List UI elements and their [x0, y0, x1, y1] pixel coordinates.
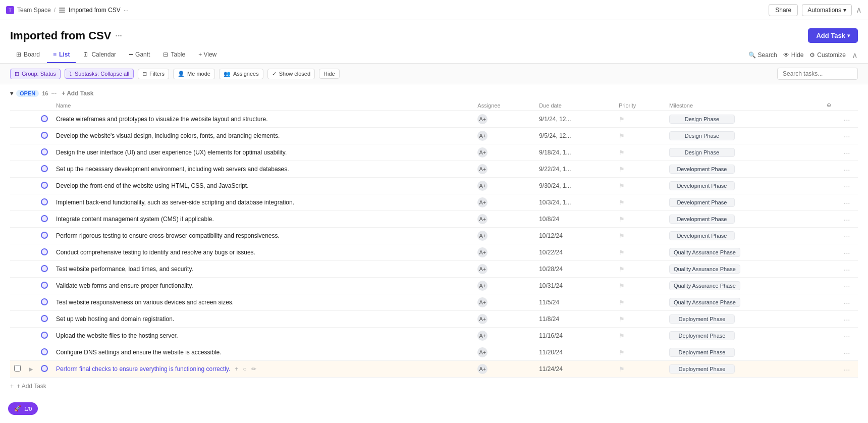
group-collapse-chevron[interactable]: ▾ [10, 90, 13, 97]
add-task-button[interactable]: Add Task ▾ [808, 28, 858, 43]
priority-flag-icon[interactable]: ⚑ [619, 315, 625, 323]
assignee-avatar[interactable]: A+ [477, 197, 487, 207]
row-more-button[interactable]: ··· [842, 348, 852, 357]
hide-chip[interactable]: Hide [319, 69, 340, 79]
search-tasks-input[interactable] [777, 68, 858, 80]
assignee-avatar[interactable]: A+ [477, 364, 487, 374]
priority-flag-icon[interactable]: ⚑ [619, 299, 625, 306]
task-status-circle[interactable] [41, 165, 48, 172]
assignee-avatar[interactable]: A+ [477, 181, 487, 191]
assignee-avatar[interactable]: A+ [477, 347, 487, 357]
group-add-task[interactable]: + Add Task [62, 90, 93, 97]
priority-flag-icon[interactable]: ⚑ [619, 166, 625, 173]
tab-collapse-button[interactable]: ∧ [852, 50, 858, 60]
task-status-circle[interactable] [41, 215, 48, 222]
priority-flag-icon[interactable]: ⚑ [619, 132, 625, 140]
tab-add-view[interactable]: + View [192, 47, 223, 63]
priority-flag-icon[interactable]: ⚑ [619, 266, 625, 273]
row-more-button[interactable]: ··· [842, 365, 852, 374]
filters-chip[interactable]: ⊟ Filters [138, 69, 169, 79]
task-name-text[interactable]: Perform final checks to ensure everythin… [56, 365, 230, 373]
task-status-circle[interactable] [41, 132, 48, 139]
assignees-chip[interactable]: 👥 Assignees [219, 69, 263, 79]
row-more-button[interactable]: ··· [842, 265, 852, 274]
task-status-circle[interactable] [41, 182, 48, 189]
tab-calendar[interactable]: 🗓 Calendar [77, 47, 122, 63]
row-more-button[interactable]: ··· [842, 282, 852, 290]
assignee-avatar[interactable]: A+ [477, 131, 487, 141]
task-status-circle[interactable] [41, 332, 48, 339]
row-more-button[interactable]: ··· [842, 232, 852, 240]
assignee-avatar[interactable]: A+ [477, 281, 487, 291]
tab-gantt[interactable]: ━ Gantt [123, 47, 156, 63]
automations-button[interactable]: Automations ▾ [802, 4, 852, 16]
task-status-circle[interactable] [41, 282, 48, 289]
row-more-button[interactable]: ··· [842, 248, 852, 257]
task-status-circle[interactable] [41, 365, 48, 372]
priority-flag-icon[interactable]: ⚑ [619, 116, 625, 123]
assignee-avatar[interactable]: A+ [477, 264, 487, 274]
task-status-circle[interactable] [41, 298, 48, 305]
priority-flag-icon[interactable]: ⚑ [619, 216, 625, 223]
row-more-button[interactable]: ··· [842, 132, 852, 140]
task-status-circle[interactable] [41, 198, 48, 205]
task-status-circle[interactable] [41, 115, 48, 122]
row-more-button[interactable]: ··· [842, 165, 852, 174]
assignee-avatar[interactable]: A+ [477, 297, 487, 307]
assignee-avatar[interactable]: A+ [477, 331, 487, 341]
row-more-button[interactable]: ··· [842, 332, 852, 340]
row-more-button[interactable]: ··· [842, 298, 852, 307]
priority-flag-icon[interactable]: ⚑ [619, 365, 625, 373]
task-status-circle[interactable] [41, 248, 48, 255]
page-dots[interactable]: ··· [115, 31, 122, 40]
row-add-button[interactable]: + [233, 365, 240, 373]
share-button[interactable]: Share [769, 4, 798, 16]
task-status-circle[interactable] [41, 148, 48, 155]
hide-button[interactable]: 👁 Hide [783, 51, 804, 59]
group-dots[interactable]: ··· [51, 89, 57, 97]
expand-icon[interactable]: ▶ [29, 366, 33, 372]
priority-flag-icon[interactable]: ⚑ [619, 199, 625, 206]
collapse-button[interactable]: ∧ [856, 5, 862, 15]
row-more-button[interactable]: ··· [842, 315, 852, 324]
priority-flag-icon[interactable]: ⚑ [619, 249, 625, 256]
tab-table[interactable]: ⊟ Table [157, 47, 191, 63]
task-status-circle[interactable] [41, 348, 48, 355]
assignee-avatar[interactable]: A+ [477, 314, 487, 324]
priority-flag-icon[interactable]: ⚑ [619, 232, 625, 240]
priority-flag-icon[interactable]: ⚑ [619, 332, 625, 340]
priority-flag-icon[interactable]: ⚑ [619, 282, 625, 290]
tab-list[interactable]: ≡ List [47, 47, 76, 63]
assignee-avatar[interactable]: A+ [477, 147, 487, 157]
row-checkbox[interactable] [14, 365, 21, 372]
assignee-avatar[interactable]: A+ [477, 231, 487, 241]
assignee-avatar[interactable]: A+ [477, 247, 487, 257]
priority-flag-icon[interactable]: ⚑ [619, 182, 625, 190]
subtasks-chip[interactable]: ⤵ Subtasks: Collapse all [65, 69, 134, 79]
row-more-button[interactable]: ··· [842, 182, 852, 190]
task-status-circle[interactable] [41, 265, 48, 272]
group-status-chip[interactable]: ⊞ Group: Status [10, 69, 61, 79]
assignee-avatar[interactable]: A+ [477, 214, 487, 224]
row-more-button[interactable]: ··· [842, 198, 852, 207]
priority-flag-icon[interactable]: ⚑ [619, 149, 625, 156]
task-status-circle[interactable] [41, 232, 48, 239]
bottom-add-task[interactable]: + + Add Task [10, 378, 858, 395]
task-status-circle[interactable] [41, 315, 48, 322]
me-mode-chip[interactable]: 👤 Me mode [173, 69, 215, 79]
assignee-avatar[interactable]: A+ [477, 164, 487, 174]
row-more-button[interactable]: ··· [842, 115, 852, 124]
breadcrumb-dots[interactable]: ··· [124, 7, 129, 14]
team-space-label[interactable]: Team Space [17, 7, 51, 14]
group-header[interactable]: ▾ OPEN 16 ··· + Add Task [10, 84, 858, 100]
priority-flag-icon[interactable]: ⚑ [619, 349, 625, 356]
search-tab-button[interactable]: 🔍 Search [748, 51, 777, 59]
show-closed-chip[interactable]: ✓ Show closed [267, 69, 315, 79]
assignee-avatar[interactable]: A+ [477, 114, 487, 124]
customize-button[interactable]: ⚙ Customize [809, 51, 846, 59]
tab-board[interactable]: ⊞ Board [10, 47, 46, 63]
row-more-button[interactable]: ··· [842, 215, 852, 224]
row-edit-button[interactable]: ✏ [250, 365, 258, 373]
row-circle-button[interactable]: ○ [241, 365, 248, 373]
row-more-button[interactable]: ··· [842, 148, 852, 157]
